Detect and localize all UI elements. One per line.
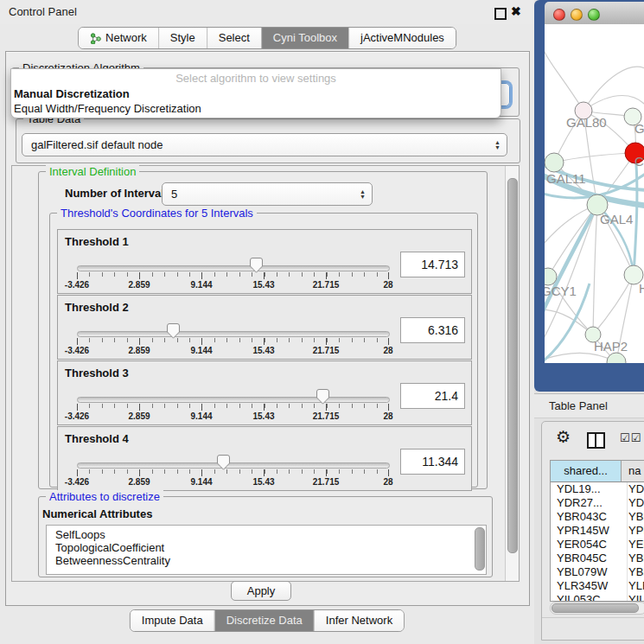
slider-major-tick bbox=[139, 338, 140, 345]
slider-major-tick bbox=[388, 338, 389, 345]
threshold-value-field[interactable]: 11.344 bbox=[400, 449, 465, 475]
table-cell: YBL0 bbox=[621, 565, 644, 579]
threshold-value-field[interactable]: 21.4 bbox=[400, 383, 465, 409]
slider-thumb[interactable] bbox=[167, 323, 180, 339]
tab-network[interactable]: Network bbox=[79, 28, 158, 48]
slider-track[interactable] bbox=[77, 462, 390, 469]
table-row[interactable]: YPR145WYPR1 bbox=[551, 524, 644, 538]
network-graph: GAL80G.CGAL11GAL4GCY1HHAP2 bbox=[545, 24, 644, 363]
attribute-item-topologicalcoefficient[interactable]: TopologicalCoefficient bbox=[47, 541, 486, 554]
table-cell: YBR045C bbox=[551, 552, 628, 565]
slider-major-tick bbox=[264, 404, 265, 411]
application-window: Control Panel ✖ NetworkStyleSelectCyni T… bbox=[0, 0, 644, 644]
table-row[interactable]: YBR045CYBR0 bbox=[551, 552, 644, 565]
tab-style[interactable]: Style bbox=[158, 28, 207, 48]
slider-track[interactable] bbox=[77, 331, 390, 337]
tab-infer-network[interactable]: Infer Network bbox=[314, 610, 404, 631]
apply-button[interactable]: Apply bbox=[231, 581, 291, 601]
slider-tick-label: -3.426 bbox=[65, 280, 89, 290]
table-panel-divider bbox=[542, 617, 644, 618]
slider-track[interactable] bbox=[77, 397, 390, 403]
network-edge bbox=[593, 205, 597, 335]
slider-major-tick bbox=[201, 272, 202, 279]
slider-major-tick bbox=[388, 469, 389, 476]
network-window-titlebar[interactable] bbox=[545, 2, 644, 25]
combobox-stepper-icon: ▲▼ bbox=[494, 140, 501, 150]
minimize-traffic-light-icon[interactable] bbox=[571, 9, 583, 21]
tab-jactivemnodules[interactable]: jActiveMNodules bbox=[348, 28, 456, 48]
network-node-label: GAL4 bbox=[600, 212, 633, 226]
tab-select[interactable]: Select bbox=[207, 28, 261, 48]
close-icon[interactable]: ✖ bbox=[511, 4, 521, 18]
threshold-label: Threshold 3 bbox=[65, 367, 129, 379]
table-row[interactable]: YDL19...YDL1 bbox=[551, 482, 644, 496]
tab-label: Select bbox=[219, 28, 250, 48]
table-data-combobox[interactable]: galFiltered.sif default node ▲▼ bbox=[22, 133, 507, 156]
column-header-na[interactable]: na bbox=[621, 461, 644, 482]
close-traffic-light-icon[interactable] bbox=[553, 9, 565, 21]
network-canvas[interactable]: GAL80G.CGAL11GAL4GCY1HHAP2 bbox=[545, 24, 644, 363]
slider-major-tick bbox=[264, 338, 265, 345]
algorithm-popup-prompt: Select algorithm to view settings bbox=[11, 72, 501, 86]
table-cell: YBR043C bbox=[551, 510, 628, 524]
threshold-value-field[interactable]: 6.316 bbox=[400, 317, 465, 343]
slider-track[interactable] bbox=[77, 265, 390, 271]
popup-option-manual-discretization[interactable]: Manual Discretization bbox=[14, 86, 130, 101]
slider-major-tick bbox=[264, 272, 265, 279]
slider-thumb[interactable] bbox=[316, 389, 329, 405]
network-icon bbox=[90, 33, 101, 44]
attribute-item-betweennesscentrality[interactable]: BetweennessCentrality bbox=[47, 554, 486, 567]
slider-tick-label: 2.859 bbox=[128, 346, 150, 355]
network-node[interactable] bbox=[607, 353, 626, 363]
threshold-value-field[interactable]: 14.713 bbox=[400, 252, 465, 277]
table-row[interactable]: YBL079WYBL0 bbox=[551, 565, 644, 579]
attribute-items: SelfLoopsTopologicalCoefficientBetweenne… bbox=[47, 526, 486, 567]
list-scrollbar-thumb[interactable] bbox=[475, 527, 485, 571]
zoom-traffic-light-icon[interactable] bbox=[588, 9, 600, 21]
threshold-box-1: Threshold 1-3.4262.8599.14415.4321.71528… bbox=[57, 229, 472, 294]
network-node-label: G. bbox=[634, 121, 644, 136]
slider-major-tick bbox=[77, 469, 78, 476]
table-row[interactable]: YIL053CYIL0 bbox=[551, 593, 644, 602]
horizontal-scrollbar[interactable] bbox=[550, 602, 644, 615]
select-columns-checkboxes-icon[interactable]: ☑☑ bbox=[620, 431, 641, 444]
attribute-item-selfloops[interactable]: SelfLoops bbox=[47, 528, 486, 541]
table-row[interactable]: YLR345WYLR3 bbox=[551, 579, 644, 593]
table-row[interactable]: YER054CYER0 bbox=[551, 538, 644, 552]
network-node-gal11[interactable] bbox=[545, 153, 564, 172]
table-row[interactable]: YBR043CYBR0 bbox=[551, 510, 644, 524]
vertical-scrollbar[interactable] bbox=[505, 166, 519, 581]
number-of-intervals-label: Number of Intervals bbox=[65, 187, 170, 200]
slider-thumb[interactable] bbox=[217, 455, 230, 470]
table-row[interactable]: YDR27...YDR2 bbox=[551, 496, 644, 510]
table-header-row: shared...na bbox=[551, 461, 644, 482]
slider-tick-label: 2.859 bbox=[128, 477, 150, 487]
slider-minor-ticks bbox=[77, 338, 389, 342]
popup-option-equal-width-frequency-discretization[interactable]: Equal Width/Frequency Discretization bbox=[14, 101, 201, 116]
gear-icon[interactable]: ⚙ bbox=[556, 427, 571, 447]
vertical-scrollbar-thumb[interactable] bbox=[507, 178, 518, 553]
network-node-label: C bbox=[634, 154, 644, 169]
cyni-toolbox-panel: Discretization Algorithm Table Data galF… bbox=[5, 51, 530, 606]
tab-cyni-toolbox[interactable]: Cyni Toolbox bbox=[261, 28, 348, 48]
node-attribute-table[interactable]: shared...naYDL19...YDL1YDR27...YDR2YBR04… bbox=[550, 460, 644, 602]
slider-major-tick bbox=[139, 404, 140, 411]
float-window-icon[interactable] bbox=[494, 8, 507, 20]
number-of-intervals-combobox[interactable]: 5 ▲▼ bbox=[162, 182, 373, 206]
horizontal-scrollbar-thumb[interactable] bbox=[552, 603, 639, 613]
cyni-bottom-tabbar: Impute DataDiscretize DataInfer Network bbox=[130, 609, 405, 632]
slider-minor-ticks bbox=[77, 469, 389, 474]
slider-major-tick bbox=[201, 338, 202, 345]
slider-tick-label: 15.43 bbox=[252, 280, 274, 290]
tab-impute-data[interactable]: Impute Data bbox=[131, 610, 214, 631]
tab-discretize-data[interactable]: Discretize Data bbox=[214, 610, 314, 631]
table-cell: YBR0 bbox=[621, 552, 644, 565]
column-header-shared[interactable]: shared... bbox=[551, 461, 621, 482]
control-panel-title: Control Panel bbox=[9, 0, 77, 24]
split-columns-icon[interactable] bbox=[587, 432, 605, 449]
table-cell: YBR0 bbox=[621, 510, 644, 524]
slider-thumb[interactable] bbox=[250, 258, 263, 273]
table-data-group: Table Data galFiltered.sif default node … bbox=[16, 118, 520, 163]
slider-tick-label: 9.144 bbox=[190, 280, 212, 290]
slider-major-tick bbox=[77, 272, 78, 279]
